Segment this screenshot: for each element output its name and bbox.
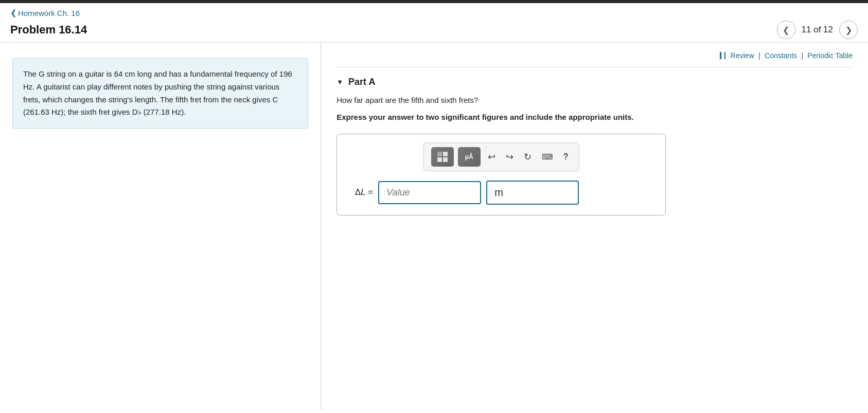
help-button[interactable]: ? bbox=[560, 150, 572, 164]
help-icon: ? bbox=[563, 152, 569, 161]
left-panel: The G string on a guitar is 64 cm long a… bbox=[0, 43, 321, 409]
svg-rect-0 bbox=[716, 52, 720, 59]
prev-icon: ❮ bbox=[783, 25, 789, 35]
reload-button[interactable]: ↻ bbox=[521, 149, 535, 165]
nav-count: 11 of 12 bbox=[802, 25, 833, 35]
next-icon: ❯ bbox=[845, 25, 852, 35]
right-panel: Review | Constants | Periodic Table ▼ Pa… bbox=[321, 43, 868, 409]
back-link-label: Homework Ch. 16 bbox=[18, 9, 80, 17]
value-input[interactable] bbox=[378, 181, 481, 204]
svg-rect-5 bbox=[437, 157, 442, 162]
reload-icon: ↻ bbox=[524, 151, 532, 163]
problem-title: Problem 16.14 bbox=[10, 23, 87, 37]
answer-box: μÅ ↩ ↪ ↻ ⌨ ? bbox=[336, 134, 666, 216]
periodic-table-link[interactable]: Periodic Table bbox=[807, 51, 853, 60]
instruction-text: Express your answer to two significant f… bbox=[336, 112, 853, 123]
units-button[interactable]: μÅ bbox=[458, 147, 481, 167]
sep1: | bbox=[758, 51, 760, 60]
svg-rect-4 bbox=[443, 152, 448, 156]
question-text: How far apart are the fifth and sixth fr… bbox=[336, 96, 853, 104]
undo-button[interactable]: ↩ bbox=[485, 149, 499, 165]
svg-rect-3 bbox=[437, 152, 442, 156]
review-link[interactable]: Review bbox=[731, 51, 754, 60]
header: ❮ Homework Ch. 16 Problem 16.14 ❮ 11 of … bbox=[0, 3, 868, 43]
answer-toolbar: μÅ ↩ ↪ ↻ ⌨ ? bbox=[423, 142, 579, 171]
problem-text: The G string on a guitar is 64 cm long a… bbox=[23, 69, 292, 116]
units-label: μÅ bbox=[465, 153, 473, 160]
collapse-arrow-icon[interactable]: ▼ bbox=[336, 78, 343, 86]
part-header: ▼ Part A bbox=[336, 77, 853, 87]
undo-icon: ↩ bbox=[488, 151, 495, 163]
keyboard-button[interactable]: ⌨ bbox=[539, 150, 556, 164]
prev-button[interactable]: ❮ bbox=[777, 21, 795, 39]
problem-box: The G string on a guitar is 64 cm long a… bbox=[12, 58, 308, 129]
input-row: ΔL = bbox=[347, 181, 655, 205]
sep2: | bbox=[801, 51, 803, 60]
next-button[interactable]: ❯ bbox=[839, 21, 858, 39]
part-a-label: Part A bbox=[348, 77, 375, 87]
svg-rect-1 bbox=[721, 52, 724, 59]
keyboard-icon: ⌨ bbox=[542, 152, 553, 161]
redo-button[interactable]: ↪ bbox=[503, 149, 517, 165]
book-icon bbox=[716, 52, 725, 59]
back-link[interactable]: ❮ Homework Ch. 16 bbox=[10, 8, 80, 17]
svg-rect-6 bbox=[443, 157, 448, 162]
part-a-section: ▼ Part A How far apart are the fifth and… bbox=[336, 77, 853, 216]
redo-icon: ↪ bbox=[506, 151, 513, 163]
back-chevron-icon: ❮ bbox=[10, 8, 17, 17]
header-row: Problem 16.14 ❮ 11 of 12 ❯ bbox=[10, 21, 858, 39]
grid-button[interactable] bbox=[431, 147, 454, 167]
delta-label: ΔL = bbox=[347, 187, 373, 197]
main-content: The G string on a guitar is 64 cm long a… bbox=[0, 43, 868, 409]
resources-bar: Review | Constants | Periodic Table bbox=[336, 51, 853, 67]
svg-rect-2 bbox=[720, 52, 721, 59]
unit-input[interactable] bbox=[486, 181, 579, 205]
constants-link[interactable]: Constants bbox=[765, 51, 797, 60]
nav-controls: ❮ 11 of 12 ❯ bbox=[777, 21, 858, 39]
